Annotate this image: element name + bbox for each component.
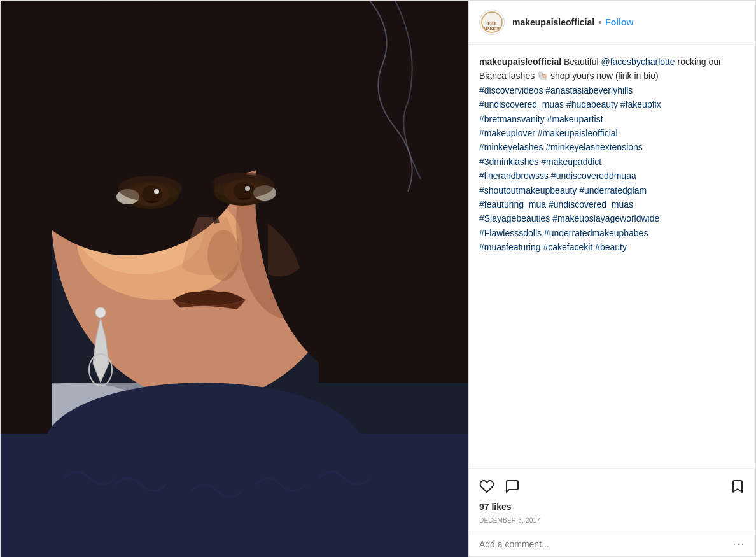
caption-body: Beautiful @facesbycharlotte rocking our … [479, 57, 722, 252]
svg-point-27 [154, 189, 159, 194]
actions-area: 97 likes DECEMBER 6, 2017 [469, 468, 755, 532]
ht-8[interactable]: #makeuplover [479, 128, 535, 138]
post-date: DECEMBER 6, 2017 [479, 514, 745, 532]
header-username[interactable]: makeupaisleofficial [512, 17, 594, 27]
ht-19[interactable]: #undiscovered_muas [549, 199, 633, 209]
ht-25[interactable]: #cakefacekit [543, 242, 592, 252]
svg-text:THE: THE [487, 21, 497, 26]
action-icons-row [479, 474, 745, 502]
content-side: THE MAKEUP makeupaisleofficial • Follow … [468, 1, 755, 556]
ht-4[interactable]: #hudabeauty [566, 99, 618, 109]
dot-separator: • [598, 17, 601, 27]
ht-21[interactable]: #makeupslayageworldwide [552, 213, 659, 223]
ht-14[interactable]: #linerandbrowsss [479, 171, 549, 181]
ht-13[interactable]: #makeupaddict [541, 157, 601, 167]
ht-3[interactable]: #undiscovered_muas [479, 99, 564, 109]
caption-username[interactable]: makeupaisleofficial [479, 57, 561, 67]
ht-26[interactable]: #beauty [595, 242, 627, 252]
post-photo [1, 1, 468, 557]
ht-11[interactable]: #minkeyelashextensions [545, 142, 643, 152]
caption-mention-1[interactable]: @facesbycharlotte [601, 57, 675, 67]
ht-2[interactable]: #anastasiabeverlyhills [545, 85, 633, 95]
avatar[interactable]: THE MAKEUP [479, 10, 505, 35]
svg-point-35 [95, 307, 106, 318]
ht-9[interactable]: #makeupaisleofficial [538, 128, 618, 138]
comment-more-button[interactable]: ··· [733, 539, 745, 550]
svg-point-34 [44, 383, 362, 510]
ht-22[interactable]: #Flawlesssdolls [479, 228, 542, 238]
caption-area: makeupaisleofficial Beautiful @facesbych… [469, 45, 755, 468]
ht-15[interactable]: #undiscovereddmuaa [551, 171, 636, 181]
comment-input-area: ··· [469, 532, 755, 556]
bookmark-icon [730, 479, 745, 494]
ht-17[interactable]: #underratedglam [579, 185, 647, 195]
svg-point-28 [245, 186, 250, 191]
comment-input[interactable] [479, 539, 733, 549]
ht-23[interactable]: #underratedmakeupbabes [544, 228, 648, 238]
ht-1[interactable]: #discovervideos [479, 85, 543, 95]
heart-icon [479, 479, 494, 494]
svg-point-21 [118, 176, 182, 201]
ht-20[interactable]: #Slayagebeauties [479, 213, 550, 223]
ht-16[interactable]: #shoutoutmakeupbeauty [479, 185, 577, 195]
ht-24[interactable]: #muasfeaturing [479, 242, 541, 252]
follow-button[interactable]: Follow [605, 17, 633, 27]
like-button[interactable] [479, 479, 494, 497]
ht-12[interactable]: #3dminklashes [479, 157, 538, 167]
comment-icon [505, 479, 520, 494]
caption-text: makeupaisleofficial Beautiful @facesbych… [479, 55, 745, 254]
comment-button[interactable] [505, 479, 520, 497]
post-header: THE MAKEUP makeupaisleofficial • Follow [469, 1, 755, 45]
ht-18[interactable]: #feauturing_mua [479, 199, 546, 209]
svg-rect-15 [319, 1, 468, 383]
likes-count[interactable]: 97 likes [479, 502, 745, 514]
post-container: THE MAKEUP makeupaisleofficial • Follow … [0, 0, 756, 557]
ht-5[interactable]: #fakeupfix [620, 99, 661, 109]
svg-point-26 [211, 173, 274, 198]
ht-10[interactable]: #minkeyelashes [479, 142, 543, 152]
bookmark-button[interactable] [730, 479, 745, 497]
ht-6[interactable]: #bretmansvanity [479, 114, 545, 124]
ht-7[interactable]: #makeupartist [547, 114, 603, 124]
